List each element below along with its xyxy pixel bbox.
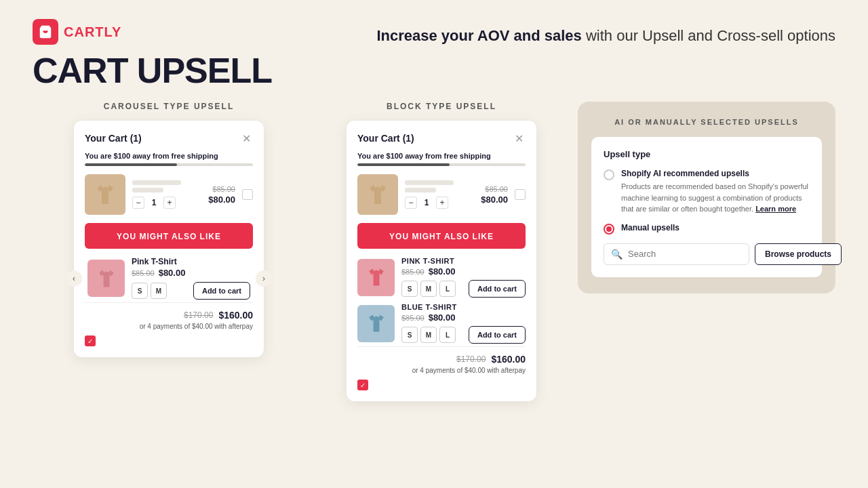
carousel-line2 <box>132 188 163 192</box>
carousel-qty-row: − 1 + <box>132 197 201 209</box>
block-upsell-price-new-1: $80.00 <box>429 266 456 277</box>
block-size-s-2[interactable]: S <box>401 327 418 343</box>
radio-manual[interactable] <box>604 224 614 235</box>
carousel-upsell-banner-text: YOU MIGHT ALSO LIKE <box>117 232 221 241</box>
carousel-size-s[interactable]: S <box>132 283 148 299</box>
panel-title: AI OR MANUALLY SELECTED UPSELLS <box>591 118 822 126</box>
radio-manual-content: Manual upsells <box>621 223 679 235</box>
carousel-cart-header: Your Cart (1) ✕ <box>85 131 253 145</box>
block-cart-header: Your Cart (1) ✕ <box>357 131 526 145</box>
block-progress-bar <box>357 163 526 166</box>
carousel-shipping-text: You are $100 away from free shipping <box>85 152 253 160</box>
carousel-totals: $170.00 $160.00 or 4 payments of $40.00 … <box>85 302 253 330</box>
carousel-product-thumb <box>85 174 125 215</box>
block-add-to-cart-1[interactable]: Add to cart <box>469 280 526 298</box>
search-icon: 🔍 <box>611 249 623 260</box>
block-upsell-thumb-1 <box>357 259 395 296</box>
tagline: Increase your AOV and sales with our Ups… <box>376 24 835 47</box>
block-add-to-cart-2[interactable]: Add to cart <box>469 326 526 344</box>
carousel-item-details: − 1 + <box>132 180 201 209</box>
carousel-afterpay: or 4 payments of $40.00 with afterpay <box>85 323 253 330</box>
carousel-line1 <box>132 180 181 185</box>
logo-text: CARTLY <box>64 24 121 40</box>
carousel-product-name: Pink T-Shirt <box>132 257 250 266</box>
radio-option-ai: Shopify AI recommended upsells Products … <box>604 169 810 215</box>
carousel-size-m[interactable]: M <box>151 283 167 299</box>
carousel-upsell-banner: YOU MIGHT ALSO LIKE <box>85 223 253 249</box>
block-footer-checkbox[interactable]: ✓ <box>357 380 368 390</box>
block-size-buttons-2: S M L <box>401 327 456 343</box>
block-total-old: $170.00 <box>456 354 486 364</box>
carousel-cart-item: − 1 + $85.00 $80.00 <box>85 174 253 215</box>
block-qty-minus[interactable]: − <box>405 197 417 209</box>
page-header: CARTLY CART UPSELL Increase your AOV and… <box>0 0 868 88</box>
block-size-l-1[interactable]: L <box>439 281 456 297</box>
carousel-progress-bar <box>85 163 253 166</box>
radio-ai[interactable] <box>604 169 614 180</box>
block-qty-plus[interactable]: + <box>436 197 448 209</box>
carousel-check-icon: ✓ <box>87 338 93 345</box>
block-size-m-1[interactable]: M <box>420 281 437 297</box>
block-upsell-name-1: PINK T-SHIRT <box>401 257 526 265</box>
upsell-type-label: Upsell type <box>604 149 810 159</box>
learn-more-link[interactable]: Learn more <box>755 205 796 213</box>
block-shipping-amount: $100 <box>387 152 403 160</box>
carousel-qty-plus[interactable]: + <box>163 197 176 209</box>
block-upsell-price-new-2: $80.00 <box>429 312 456 323</box>
block-totals-row: $170.00 $160.00 <box>357 354 526 365</box>
carousel-cart-title: Your Cart (1) <box>85 133 142 144</box>
block-cart-title: Your Cart (1) <box>357 133 414 144</box>
block-item-details: − 1 + <box>405 180 474 209</box>
carousel-item-price-new: $80.00 <box>208 195 235 205</box>
carousel-column-title: CAROUSEL TYPE UPSELL <box>104 102 234 111</box>
carousel-next-button[interactable]: › <box>256 270 272 287</box>
block-total-new: $160.00 <box>491 354 526 365</box>
page-title: CART UPSELL <box>33 53 272 88</box>
carousel-shipping-amount: $100 <box>114 152 130 160</box>
carousel-product: Pink T-Shirt $85.00 $80.00 S M Add to ca… <box>85 257 253 300</box>
block-upsell-item-2: BLUE T-SHIRT $85.00 $80.00 S M L Add to … <box>357 303 526 344</box>
carousel-close-button[interactable]: ✕ <box>239 131 253 145</box>
block-totals: $170.00 $160.00 or 4 payments of $40.00 … <box>357 346 526 374</box>
block-check-icon: ✓ <box>360 382 366 389</box>
carousel-afterpay-text: or 4 payments of $40.00 with afterpay <box>140 323 253 330</box>
carousel-add-to-cart[interactable]: Add to cart <box>193 282 250 300</box>
carousel-progress-fill <box>85 163 177 166</box>
block-upsell-thumb-2 <box>357 305 395 342</box>
carousel-column: CAROUSEL TYPE UPSELL Your Cart (1) ✕ You… <box>33 102 305 357</box>
carousel-item-checkbox[interactable] <box>242 189 253 200</box>
block-afterpay-text: or 4 payments of $40.00 with afterpay <box>412 367 526 374</box>
block-cart-item: − 1 + $85.00 $80.00 <box>357 174 526 215</box>
radio-ai-desc: Products are recommended based on Shopif… <box>621 181 810 215</box>
carousel-qty-num: 1 <box>149 198 159 207</box>
logo-row: CARTLY <box>33 19 272 45</box>
browse-products-button[interactable]: Browse products <box>755 243 842 265</box>
block-shipping-bar: You are $100 away from free shipping <box>357 152 526 166</box>
carousel-footer-checkbox[interactable]: ✓ <box>85 336 96 346</box>
block-size-l-2[interactable]: L <box>439 327 456 343</box>
search-input-wrap[interactable]: 🔍 <box>604 243 749 265</box>
block-line1 <box>405 180 454 185</box>
carousel-item-price-old: $85.00 <box>212 185 235 193</box>
block-qty-num: 1 <box>421 198 432 207</box>
search-input[interactable] <box>628 249 742 259</box>
block-close-button[interactable]: ✕ <box>512 131 526 145</box>
block-item-checkbox[interactable] <box>515 189 526 200</box>
block-product-thumb <box>357 174 398 215</box>
block-shipping-pre: You are <box>357 152 387 160</box>
carousel-qty-minus[interactable]: − <box>132 197 144 209</box>
block-size-s-1[interactable]: S <box>401 281 418 297</box>
block-upsell-banner-text: YOU MIGHT ALSO LIKE <box>389 232 494 241</box>
right-panel-bg: AI OR MANUALLY SELECTED UPSELLS Upsell t… <box>578 102 835 293</box>
carousel-upsell-price-new: $80.00 <box>159 268 186 278</box>
block-item-price-old: $85.00 <box>485 185 508 193</box>
carousel-wrapper: ‹ Pink T-Shirt $85.00 $80.00 <box>85 257 253 300</box>
carousel-item-lines <box>132 180 201 192</box>
block-size-m-2[interactable]: M <box>420 327 437 343</box>
block-line2 <box>405 188 436 192</box>
block-column-title: BLOCK TYPE UPSELL <box>387 102 496 111</box>
manual-search-row: 🔍 Browse products <box>604 243 810 265</box>
carousel-prev-button[interactable]: ‹ <box>66 270 82 287</box>
carousel-product-prices: $85.00 $80.00 <box>132 268 250 278</box>
tagline-rest: with our Upsell and Cross-sell options <box>582 27 835 44</box>
